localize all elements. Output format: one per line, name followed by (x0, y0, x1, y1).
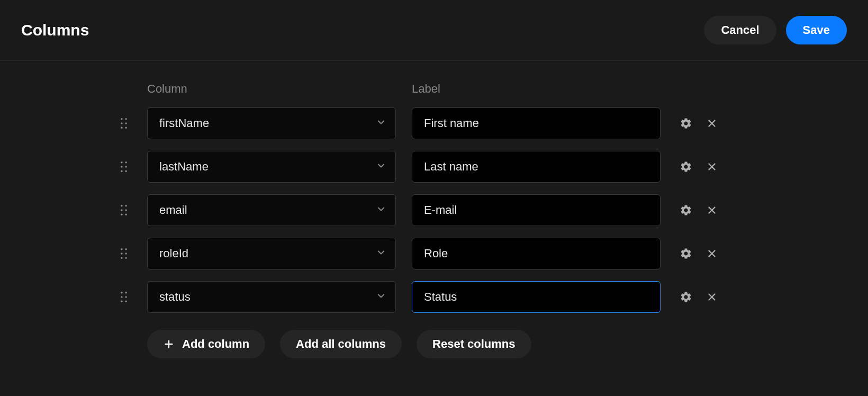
svg-point-12 (121, 170, 123, 172)
label-input[interactable] (412, 151, 661, 183)
svg-point-10 (121, 166, 123, 168)
add-all-columns-button[interactable]: Add all columns (280, 330, 402, 358)
svg-point-17 (125, 205, 127, 207)
content-area: Column Label firstNamelastNameemailroleI… (0, 61, 868, 358)
rows-container: firstNamelastNameemailroleIdstatus (116, 107, 868, 313)
svg-point-28 (121, 257, 123, 259)
add-all-columns-label: Add all columns (296, 337, 386, 351)
svg-point-16 (121, 205, 123, 207)
svg-point-27 (125, 253, 127, 255)
row-actions (680, 204, 718, 217)
column-header-column: Column (147, 82, 396, 96)
svg-point-18 (121, 209, 123, 211)
footer-actions: Add column Add all columns Reset columns (147, 330, 868, 358)
drag-handle-icon[interactable] (116, 203, 131, 218)
svg-point-29 (125, 257, 127, 259)
drag-handle-icon[interactable] (116, 246, 131, 261)
svg-point-33 (125, 292, 127, 294)
svg-point-20 (121, 213, 123, 215)
column-select-wrapper: status (147, 281, 396, 313)
svg-point-35 (125, 296, 127, 298)
column-select[interactable]: status (147, 281, 396, 313)
table-headers: Column Label (147, 82, 868, 96)
table-row: roleId (116, 238, 868, 269)
svg-point-37 (125, 300, 127, 302)
column-select-wrapper: firstName (147, 107, 396, 139)
svg-point-26 (121, 253, 123, 255)
column-select[interactable]: firstName (147, 107, 396, 139)
close-icon[interactable] (706, 161, 718, 173)
svg-point-36 (121, 300, 123, 302)
column-select-wrapper: email (147, 194, 396, 226)
svg-point-19 (125, 209, 127, 211)
label-input[interactable] (412, 194, 661, 226)
label-input[interactable] (412, 107, 661, 139)
svg-point-4 (121, 127, 123, 129)
gear-icon[interactable] (680, 117, 692, 130)
gear-icon[interactable] (680, 291, 692, 303)
row-actions (680, 160, 718, 173)
table-row: status (116, 281, 868, 313)
svg-point-3 (125, 122, 127, 124)
gear-icon[interactable] (680, 204, 692, 217)
column-header-label: Label (412, 82, 661, 96)
reset-columns-button[interactable]: Reset columns (417, 330, 531, 358)
row-actions (680, 291, 718, 303)
column-select-wrapper: roleId (147, 238, 396, 269)
drag-handle-icon[interactable] (116, 159, 131, 174)
close-icon[interactable] (706, 248, 718, 259)
svg-point-5 (125, 127, 127, 129)
svg-point-21 (125, 213, 127, 215)
column-select-wrapper: lastName (147, 151, 396, 183)
svg-point-13 (125, 170, 127, 172)
svg-point-24 (121, 248, 123, 250)
header-actions: Cancel Save (704, 16, 847, 44)
gear-icon[interactable] (680, 247, 692, 260)
add-column-label: Add column (182, 337, 249, 351)
row-actions (680, 247, 718, 260)
column-select[interactable]: roleId (147, 238, 396, 269)
add-column-button[interactable]: Add column (147, 330, 265, 358)
svg-point-32 (121, 292, 123, 294)
svg-point-1 (125, 118, 127, 120)
table-row: firstName (116, 107, 868, 139)
svg-point-0 (121, 118, 123, 120)
save-button[interactable]: Save (786, 16, 847, 44)
label-input[interactable] (412, 281, 661, 313)
close-icon[interactable] (706, 118, 718, 129)
table-row: email (116, 194, 868, 226)
drag-handle-icon[interactable] (116, 116, 131, 131)
svg-point-9 (125, 161, 127, 164)
page-title: Columns (21, 21, 89, 39)
table-row: lastName (116, 151, 868, 183)
label-input[interactable] (412, 238, 661, 269)
cancel-button[interactable]: Cancel (704, 16, 776, 44)
column-select[interactable]: email (147, 194, 396, 226)
close-icon[interactable] (706, 291, 718, 303)
close-icon[interactable] (706, 204, 718, 216)
svg-point-11 (125, 166, 127, 168)
row-actions (680, 117, 718, 130)
svg-point-2 (121, 122, 123, 124)
svg-point-34 (121, 296, 123, 298)
reset-columns-label: Reset columns (432, 337, 516, 351)
drag-handle-icon[interactable] (116, 290, 131, 304)
dialog-header: Columns Cancel Save (0, 0, 868, 61)
svg-point-8 (121, 161, 123, 164)
svg-point-25 (125, 248, 127, 250)
gear-icon[interactable] (680, 160, 692, 173)
plus-icon (163, 338, 175, 350)
column-select[interactable]: lastName (147, 151, 396, 183)
